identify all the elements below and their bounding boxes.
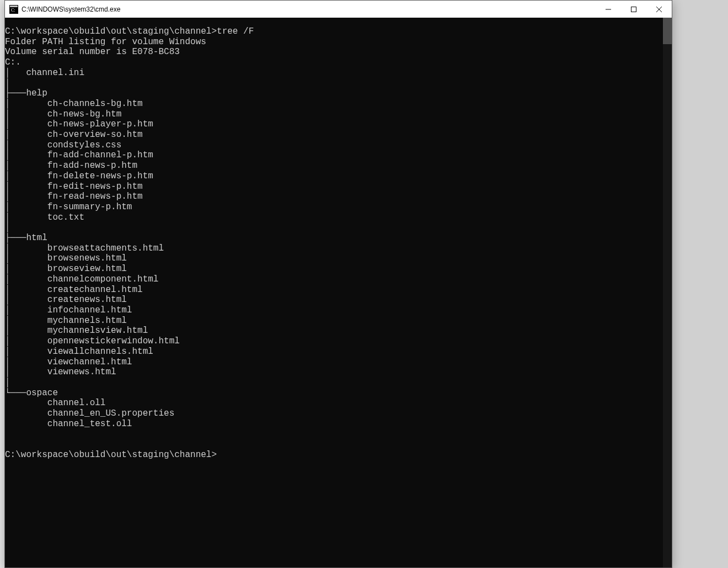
svg-text:C:: C: <box>11 8 15 13</box>
background-sliver <box>0 0 4 568</box>
close-button[interactable] <box>646 1 672 18</box>
vertical-scrollbar[interactable] <box>663 18 672 567</box>
cmd-icon: C: <box>9 5 18 14</box>
console-area: C:\workspace\obuild\out\staging\channel>… <box>5 18 672 567</box>
titlebar[interactable]: C: C:\WINDOWS\system32\cmd.exe <box>5 1 672 18</box>
svg-rect-4 <box>631 7 636 12</box>
scrollbar-thumb[interactable] <box>663 18 672 44</box>
window-controls <box>596 1 672 18</box>
terminal-output[interactable]: C:\workspace\obuild\out\staging\channel>… <box>5 18 663 567</box>
maximize-button[interactable] <box>621 1 646 18</box>
minimize-button[interactable] <box>596 1 621 18</box>
cmd-window: C: C:\WINDOWS\system32\cmd.exe C:\worksp… <box>4 0 672 568</box>
window-title: C:\WINDOWS\system32\cmd.exe <box>22 6 596 13</box>
svg-rect-1 <box>10 6 18 7</box>
